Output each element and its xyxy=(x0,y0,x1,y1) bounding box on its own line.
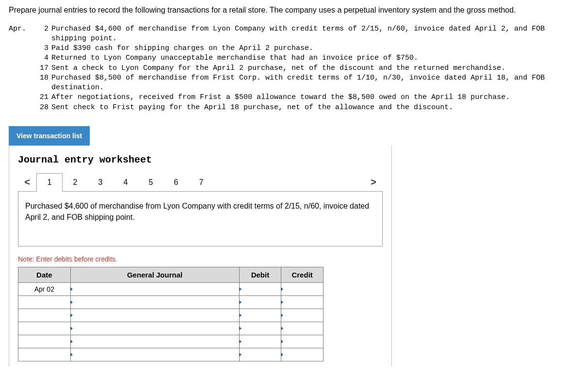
transaction-row: 21After negotiations, received from Fris… xyxy=(9,93,573,102)
dropdown-indicator-icon xyxy=(70,300,73,304)
debit-cell[interactable] xyxy=(239,309,281,322)
pager-tab-2[interactable]: 2 xyxy=(63,173,88,192)
dropdown-indicator-icon xyxy=(281,327,283,330)
credit-cell[interactable] xyxy=(281,296,323,309)
date-cell[interactable] xyxy=(18,335,71,348)
transaction-day: 4 xyxy=(34,53,51,63)
dropdown-indicator-icon xyxy=(70,287,73,291)
date-cell[interactable] xyxy=(18,348,71,361)
transaction-text: Purchased $8,500 of merchandise from Fri… xyxy=(51,73,573,93)
date-cell[interactable] xyxy=(18,296,71,309)
col-header-debit: Debit xyxy=(239,267,281,283)
date-cell[interactable] xyxy=(18,322,71,335)
transaction-day: 21 xyxy=(34,93,51,102)
pager-tab-3[interactable]: 3 xyxy=(88,173,113,192)
dropdown-indicator-icon xyxy=(239,353,242,357)
transaction-day: 18 xyxy=(34,73,51,93)
pager-tab-4[interactable]: 4 xyxy=(113,173,138,192)
transaction-row: 18Purchased $8,500 of merchandise from F… xyxy=(9,73,573,93)
debit-cell[interactable] xyxy=(239,296,281,309)
pager-next-button[interactable]: > xyxy=(364,173,383,192)
dropdown-indicator-icon xyxy=(239,313,242,317)
credit-cell[interactable] xyxy=(281,309,323,322)
credit-cell[interactable] xyxy=(281,283,323,296)
transaction-row: 4Returned to Lyon Company unacceptable m… xyxy=(9,53,573,63)
transaction-text: Paid $390 cash for shipping charges on t… xyxy=(51,44,573,53)
date-cell[interactable]: Apr 02 xyxy=(18,283,71,296)
dropdown-indicator-icon xyxy=(70,313,73,317)
question-intro: Prepare journal entries to record the fo… xyxy=(9,5,573,16)
transaction-text: Returned to Lyon Company unacceptable me… xyxy=(51,53,573,63)
table-row: Apr 02 xyxy=(18,283,323,296)
worksheet-title: Journal entry worksheet xyxy=(18,154,383,165)
entry-description: Purchased $4,600 of merchandise from Lyo… xyxy=(18,191,383,246)
transaction-text: After negotiations, received from Frist … xyxy=(51,93,573,102)
pager-tab-1[interactable]: 1 xyxy=(36,173,63,192)
table-row xyxy=(18,322,323,335)
transaction-text: Sent a check to Lyon Company for the Apr… xyxy=(51,64,573,73)
pager-tab-7[interactable]: 7 xyxy=(189,173,214,192)
transaction-day: 3 xyxy=(34,44,51,53)
transaction-row: 3Paid $390 cash for shipping charges on … xyxy=(9,44,573,53)
transaction-month xyxy=(9,103,34,113)
pager-tab-5[interactable]: 5 xyxy=(138,173,163,192)
dropdown-indicator-icon xyxy=(281,340,283,343)
transaction-month xyxy=(9,44,34,53)
transaction-day: 28 xyxy=(34,103,51,113)
general-journal-cell[interactable] xyxy=(70,335,239,348)
debit-cell[interactable] xyxy=(239,322,281,335)
entry-pager: < 1234567 > xyxy=(18,173,383,192)
dropdown-indicator-icon xyxy=(239,300,242,304)
transaction-day: 2 xyxy=(34,24,51,44)
transaction-month: Apr. xyxy=(9,24,34,44)
credit-cell[interactable] xyxy=(281,348,323,361)
date-cell[interactable] xyxy=(18,309,71,322)
table-row xyxy=(18,309,323,322)
dropdown-indicator-icon xyxy=(281,313,283,317)
debits-before-credits-note: Note: Enter debits before credits. xyxy=(18,255,383,263)
dropdown-indicator-icon xyxy=(239,340,242,343)
transaction-day: 17 xyxy=(34,64,51,73)
journal-entry-table: Date General Journal Debit Credit Apr 02 xyxy=(18,267,323,361)
credit-cell[interactable] xyxy=(281,335,323,348)
transaction-list: Apr.2Purchased $4,600 of merchandise fro… xyxy=(9,24,573,113)
col-header-date: Date xyxy=(18,267,71,283)
dropdown-indicator-icon xyxy=(281,353,283,357)
pager-prev-button[interactable]: < xyxy=(18,173,36,192)
view-transaction-list-button[interactable]: View transaction list xyxy=(9,126,90,146)
transaction-text: Sent check to Frist paying for the April… xyxy=(51,103,573,113)
general-journal-cell[interactable] xyxy=(70,348,239,361)
credit-cell[interactable] xyxy=(281,322,323,335)
table-row xyxy=(18,348,323,361)
dropdown-indicator-icon xyxy=(281,287,283,291)
general-journal-cell[interactable] xyxy=(70,283,239,296)
transaction-row: 28Sent check to Frist paying for the Apr… xyxy=(9,103,573,113)
transaction-row: 17Sent a check to Lyon Company for the A… xyxy=(9,64,573,73)
dropdown-indicator-icon xyxy=(70,327,73,330)
col-header-general-journal: General Journal xyxy=(70,267,239,283)
dropdown-indicator-icon xyxy=(70,353,73,357)
transaction-text: Purchased $4,600 of merchandise from Lyo… xyxy=(51,24,573,44)
dropdown-indicator-icon xyxy=(239,327,242,330)
dropdown-indicator-icon xyxy=(70,340,73,343)
general-journal-cell[interactable] xyxy=(70,296,239,309)
debit-cell[interactable] xyxy=(239,348,281,361)
pager-tab-6[interactable]: 6 xyxy=(163,173,189,192)
general-journal-cell[interactable] xyxy=(70,322,239,335)
general-journal-cell[interactable] xyxy=(70,309,239,322)
transaction-month xyxy=(9,53,34,63)
table-row xyxy=(18,335,323,348)
col-header-credit: Credit xyxy=(281,267,323,283)
transaction-month xyxy=(9,93,34,102)
debit-cell[interactable] xyxy=(239,335,281,348)
transaction-month xyxy=(9,73,34,93)
dropdown-indicator-icon xyxy=(281,300,283,304)
debit-cell[interactable] xyxy=(239,283,281,296)
dropdown-indicator-icon xyxy=(239,287,242,291)
transaction-row: Apr.2Purchased $4,600 of merchandise fro… xyxy=(9,24,573,44)
table-row xyxy=(18,296,323,309)
journal-entry-worksheet: Journal entry worksheet < 1234567 > Purc… xyxy=(9,146,392,366)
transaction-month xyxy=(9,64,34,73)
